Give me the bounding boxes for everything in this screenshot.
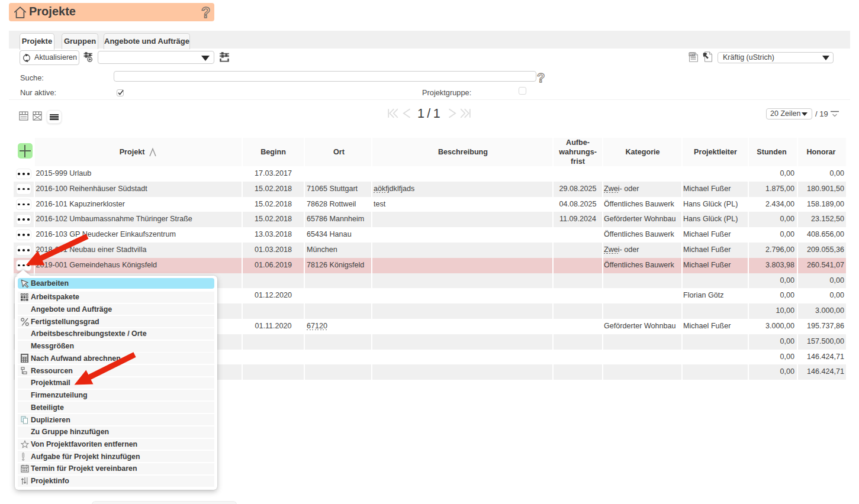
svg-text:CSV: CSV [690, 53, 695, 56]
